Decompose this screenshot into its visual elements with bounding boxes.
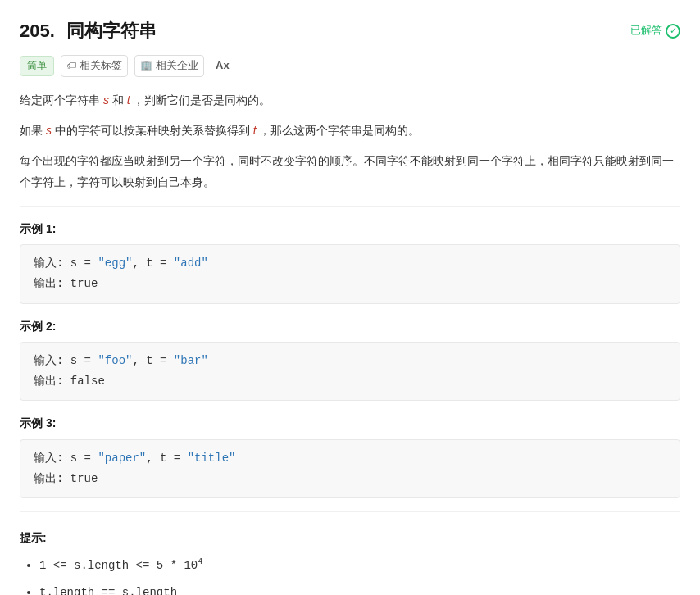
example-2-input: 输入: s = "foo", t = "bar" [34,351,666,371]
example-3-title: 示例 3: [20,414,680,432]
example-3-input: 输入: s = "paper", t = "title" [34,448,666,469]
difficulty-tag[interactable]: 简单 [20,56,54,76]
tags-row: 简单 🏷 相关标签 🏢 相关企业 Ax [20,55,680,77]
description-line3: 每个出现的字符都应当映射到另一个字符，同时不改变字符的顺序。不同字符不能映射到同… [20,151,680,192]
related-company-button[interactable]: 🏢 相关企业 [134,55,204,77]
description-line2: 如果 s 中的字符可以按某种映射关系替换得到 t ，那么这两个字符串是同构的。 [20,120,680,141]
divider1 [20,206,680,207]
company-icon: 🏢 [140,58,152,74]
solved-check-icon: ✓ [666,24,680,39]
description-line1: 给定两个字符串 s 和 t ，判断它们是否是同构的。 [20,90,680,111]
hint-item-2: t.length == s.length [39,583,680,595]
hint-list: 1 <= s.length <= 5 * 104 t.length == s.l… [20,555,680,595]
example-3-output: 输出: true [34,469,666,489]
description-section: 给定两个字符串 s 和 t ，判断它们是否是同构的。 如果 s 中的字符可以按某… [20,90,680,193]
related-tags-button[interactable]: 🏷 相关标签 [61,55,128,77]
example-2-block: 输入: s = "foo", t = "bar" 输出: false [20,342,680,401]
hints-section: 提示: 1 <= s.length <= 5 * 104 t.length ==… [20,529,680,595]
hint-item-1: 1 <= s.length <= 5 * 104 [39,555,680,576]
tag-icon: 🏷 [66,58,76,74]
example-2-title: 示例 2: [20,317,680,335]
example-2-output: 输出: false [34,371,666,392]
example-3-block: 输入: s = "paper", t = "title" 输出: true [20,439,680,498]
example-1-block: 输入: s = "egg", t = "add" 输出: true [20,244,680,303]
example-1-title: 示例 1: [20,220,680,238]
divider2 [20,511,680,512]
page-title: 205. 同构字符串 [20,16,157,45]
hints-title: 提示: [20,529,680,547]
solved-badge: 已解答 ✓ [630,22,680,39]
example-2-section: 示例 2: 输入: s = "foo", t = "bar" 输出: false [20,317,680,402]
title-row: 205. 同构字符串 已解答 ✓ [20,16,680,45]
example-3-section: 示例 3: 输入: s = "paper", t = "title" 输出: t… [20,414,680,498]
example-1-section: 示例 1: 输入: s = "egg", t = "add" 输出: true [20,220,680,304]
page-container: 205. 同构字符串 已解答 ✓ 简单 🏷 相关标签 🏢 相关企业 Ax 给定两… [0,0,700,595]
example-1-output: 输出: true [34,274,666,294]
font-toggle[interactable]: Ax [211,56,234,76]
example-1-input: 输入: s = "egg", t = "add" [34,253,666,274]
